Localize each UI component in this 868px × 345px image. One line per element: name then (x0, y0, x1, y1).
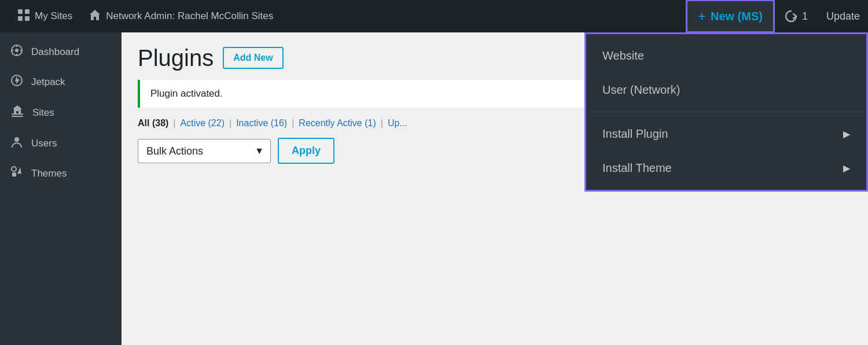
dropdown-user-network-label: User (Network) (602, 83, 680, 97)
dropdown-item-user-network[interactable]: User (Network) (586, 73, 866, 107)
dropdown-item-install-theme[interactable]: Install Theme ▶ (586, 151, 866, 185)
sidebar-item-themes[interactable]: Themes (0, 159, 122, 189)
filter-upgrade-label: Up... (388, 118, 407, 128)
new-ms-button[interactable]: + New (MS) (686, 0, 774, 32)
filter-all[interactable]: All (38) (138, 118, 168, 129)
filter-recently-active-label: Recently Active (1) (299, 118, 376, 128)
admin-bar: My Sites Network Admin: Rachel McCollin … (0, 0, 868, 32)
filter-inactive[interactable]: Inactive (16) (236, 118, 287, 129)
mysites-icon (17, 9, 30, 24)
update-label: Update (826, 10, 860, 23)
svg-rect-12 (12, 116, 23, 117)
filter-sep-4: | (381, 118, 383, 129)
network-admin-label: Network Admin: Rachel McCollin Sites (106, 10, 273, 22)
sidebar-item-label: Jetpack (31, 76, 65, 88)
admin-bar-left: My Sites Network Admin: Rachel McCollin … (0, 0, 281, 32)
filter-sep-2: | (229, 118, 231, 129)
refresh-icon (785, 10, 797, 23)
sidebar-item-label: Themes (31, 168, 67, 179)
sidebar-item-users[interactable]: Users (0, 129, 122, 159)
filter-all-count: (38) (152, 118, 168, 128)
filter-all-label: All (138, 118, 149, 128)
filter-active-label: Active (22) (181, 118, 225, 128)
content-area: Plugins Add New Plugin activated. All (3… (122, 32, 868, 345)
svg-rect-2 (18, 16, 23, 21)
sidebar-item-dashboard[interactable]: Dashboard (0, 37, 122, 67)
svg-point-13 (14, 137, 19, 142)
dashboard-icon (10, 44, 23, 60)
network-admin-button[interactable]: Network Admin: Rachel McCollin Sites (80, 0, 281, 32)
my-sites-label: My Sites (35, 10, 72, 22)
add-new-button[interactable]: Add New (223, 47, 283, 69)
install-plugin-chevron-icon: ▶ (843, 129, 850, 140)
main-layout: Dashboard Jetpack Sites (0, 32, 868, 345)
users-icon (10, 135, 23, 152)
page-title: Plugins (138, 46, 214, 69)
svg-rect-11 (12, 113, 23, 115)
sidebar: Dashboard Jetpack Sites (0, 32, 122, 345)
dropdown-install-plugin-label: Install Plugin (602, 127, 668, 141)
dropdown-item-install-plugin[interactable]: Install Plugin ▶ (586, 117, 866, 151)
filter-sep-3: | (292, 118, 294, 129)
sites-icon (10, 104, 24, 122)
filter-recently-active[interactable]: Recently Active (1) (299, 118, 376, 129)
new-ms-dropdown: Website User (Network) Install Plugin ▶ … (584, 32, 868, 192)
install-theme-chevron-icon: ▶ (843, 163, 850, 174)
svg-rect-14 (12, 172, 16, 177)
svg-rect-0 (18, 9, 23, 14)
jetpack-icon (10, 74, 23, 90)
plus-icon: + (698, 8, 706, 24)
admin-bar-right: + New (MS) 1 Update (686, 0, 868, 32)
svg-rect-1 (25, 9, 30, 14)
dropdown-website-label: Website (602, 49, 644, 63)
bulk-actions-select[interactable]: Bulk Actions Activate Deactivate Delete (138, 139, 271, 163)
updates-button[interactable]: 1 (774, 0, 818, 32)
svg-rect-3 (25, 16, 30, 21)
sidebar-item-label: Users (31, 138, 57, 149)
filter-sep-1: | (173, 118, 175, 129)
filter-active[interactable]: Active (22) (181, 118, 225, 129)
filter-upgrade[interactable]: Up... (388, 118, 407, 129)
update-text[interactable]: Update (818, 0, 868, 32)
new-ms-label: New (MS) (711, 10, 763, 23)
bulk-actions-wrapper: Bulk Actions Activate Deactivate Delete (138, 139, 271, 163)
sidebar-item-label: Sites (32, 107, 54, 119)
dropdown-item-website[interactable]: Website (586, 39, 866, 73)
home-icon (89, 9, 101, 24)
notice-text: Plugin activated. (150, 88, 223, 99)
my-sites-button[interactable]: My Sites (9, 0, 80, 32)
sidebar-item-label: Dashboard (31, 46, 79, 58)
sidebar-item-jetpack[interactable]: Jetpack (0, 67, 122, 97)
apply-button[interactable]: Apply (278, 138, 334, 164)
filter-inactive-label: Inactive (16) (236, 118, 287, 128)
themes-icon (10, 166, 23, 182)
dropdown-divider (586, 112, 866, 112)
dropdown-install-theme-label: Install Theme (602, 162, 672, 175)
svg-point-5 (15, 49, 19, 52)
sidebar-item-sites[interactable]: Sites (0, 97, 122, 129)
svg-point-15 (12, 167, 16, 171)
updates-count-badge: 1 (802, 10, 808, 23)
